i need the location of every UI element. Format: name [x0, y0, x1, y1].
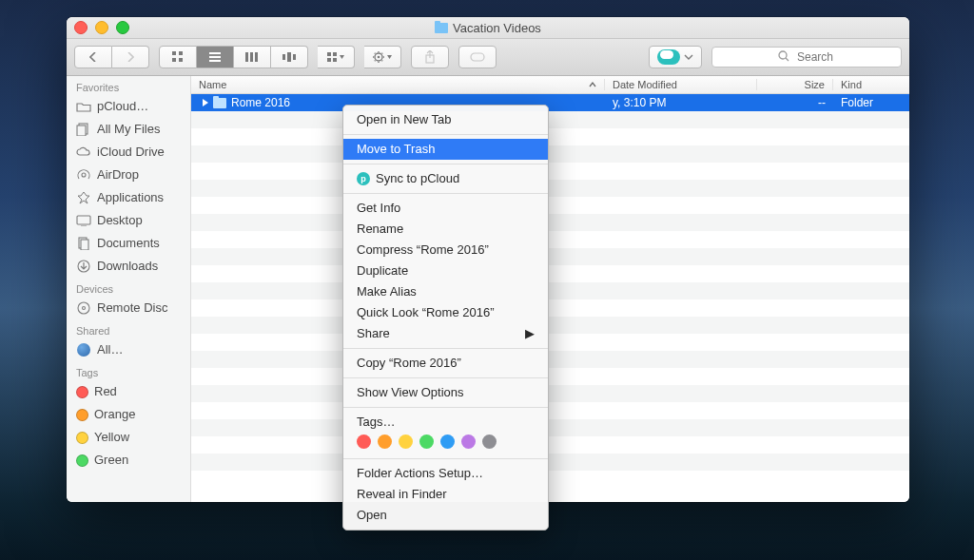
column-header-size[interactable]: Size	[757, 79, 833, 90]
list-view-button[interactable]	[197, 46, 234, 68]
svg-rect-12	[293, 54, 296, 60]
sidebar-tag-red[interactable]: Red	[67, 380, 190, 403]
minimize-window-button[interactable]	[95, 21, 108, 34]
file-list-area: Name Date Modified Size Kind Rome 2016	[191, 76, 909, 502]
file-size: --	[757, 96, 833, 109]
tags-button[interactable]	[458, 46, 497, 68]
tag-color-yellow[interactable]	[399, 434, 413, 449]
ctx-open-new-tab[interactable]: Open in New Tab	[343, 109, 548, 130]
sidebar-item-desktop[interactable]: Desktop	[67, 209, 190, 232]
ctx-separator	[343, 458, 548, 459]
submenu-arrow-icon: ▶	[525, 325, 535, 342]
icon-view-button[interactable]	[159, 46, 197, 68]
coverflow-view-button[interactable]	[271, 46, 308, 68]
ctx-share[interactable]: Share ▶	[343, 323, 548, 344]
nav-group	[74, 46, 149, 68]
sidebar-item-label: Red	[94, 382, 117, 401]
tag-color-orange[interactable]	[378, 434, 392, 449]
ctx-rename[interactable]: Rename	[343, 219, 548, 240]
cloud-icon	[76, 145, 91, 159]
ctx-label: Share	[357, 325, 390, 342]
sidebar-heading-tags: Tags	[67, 361, 190, 380]
back-button[interactable]	[74, 46, 112, 68]
titlebar[interactable]: Vacation Videos	[67, 17, 909, 39]
desktop-background: Vacation Videos	[0, 0, 974, 560]
svg-rect-4	[209, 52, 221, 54]
sidebar-item-icloud[interactable]: iCloud Drive	[67, 141, 190, 164]
tag-dot-icon	[76, 454, 88, 467]
svg-rect-13	[327, 52, 331, 56]
ctx-reveal-finder[interactable]: Reveal in Finder	[343, 484, 548, 505]
tag-color-purple[interactable]	[461, 434, 476, 449]
search-input[interactable]	[711, 47, 902, 68]
folder-icon	[76, 100, 91, 113]
ctx-view-options[interactable]: Show View Options	[343, 382, 548, 403]
sidebar-item-remotedisc[interactable]: Remote Disc	[67, 297, 190, 319]
ctx-compress[interactable]: Compress “Rome 2016”	[343, 240, 548, 261]
sidebar-heading-shared: Shared	[67, 319, 190, 338]
ctx-folder-actions[interactable]: Folder Actions Setup…	[343, 463, 548, 484]
sidebar-item-label: Yellow	[94, 428, 129, 447]
traffic-lights	[74, 21, 129, 34]
disclosure-triangle-icon[interactable]	[203, 99, 208, 106]
sidebar-item-pcloud[interactable]: pCloud…	[67, 95, 190, 118]
column-header-name[interactable]: Name	[191, 79, 605, 90]
tag-color-green[interactable]	[419, 434, 434, 449]
documents-icon	[76, 237, 91, 250]
sort-asc-icon	[589, 81, 596, 88]
column-header-date[interactable]: Date Modified	[605, 79, 757, 90]
pcloud-toolbar-button[interactable]	[649, 46, 702, 68]
folder-icon	[213, 98, 226, 108]
ctx-get-info[interactable]: Get Info	[343, 198, 548, 219]
sidebar-item-allmyfiles[interactable]: All My Files	[67, 118, 190, 141]
svg-rect-11	[287, 52, 291, 62]
sidebar-item-label: Desktop	[97, 211, 143, 230]
share-button[interactable]	[411, 46, 449, 68]
sidebar-item-downloads[interactable]: Downloads	[67, 255, 190, 278]
tag-color-gray[interactable]	[482, 434, 497, 449]
ctx-copy[interactable]: Copy “Rome 2016”	[343, 353, 548, 374]
file-row-selected[interactable]: Rome 2016 y, 3:10 PM -- Folder	[191, 94, 909, 111]
ctx-make-alias[interactable]: Make Alias	[343, 281, 548, 302]
sidebar-item-all-shared[interactable]: All…	[67, 338, 190, 361]
tag-dot-icon	[76, 409, 88, 421]
tag-color-blue[interactable]	[440, 434, 455, 449]
svg-rect-8	[250, 52, 253, 62]
close-window-button[interactable]	[74, 21, 88, 34]
sidebar-item-label: Orange	[94, 405, 135, 424]
file-rows[interactable]: Rome 2016 y, 3:10 PM -- Folder	[191, 94, 909, 502]
forward-button[interactable]	[112, 46, 149, 68]
ctx-duplicate[interactable]: Duplicate	[343, 261, 548, 281]
fullscreen-window-button[interactable]	[116, 21, 129, 34]
sidebar-tag-yellow[interactable]: Yellow	[67, 426, 190, 449]
window-title: Vacation Videos	[453, 21, 541, 35]
svg-rect-16	[333, 58, 337, 62]
sidebar-item-airdrop[interactable]: AirDrop	[67, 164, 190, 186]
sidebar-heading-favorites: Favorites	[67, 76, 190, 95]
toolbar	[67, 39, 909, 76]
sidebar-item-documents[interactable]: Documents	[67, 232, 190, 255]
arrange-icon	[327, 52, 344, 62]
arrange-button[interactable]	[318, 46, 355, 68]
ctx-quicklook[interactable]: Quick Look “Rome 2016”	[343, 302, 548, 323]
ctx-move-to-trash[interactable]: Move to Trash	[343, 139, 548, 160]
sidebar-tag-orange[interactable]: Orange	[67, 403, 190, 426]
ctx-sync-pcloud[interactable]: p Sync to pCloud	[343, 168, 548, 189]
sidebar-item-label: All My Files	[97, 120, 160, 139]
column-view-button[interactable]	[234, 46, 271, 68]
chevron-left-icon	[89, 52, 97, 62]
tag-color-red[interactable]	[357, 434, 371, 449]
ctx-separator	[343, 348, 548, 349]
sidebar-tag-green[interactable]: Green	[67, 449, 190, 472]
action-button[interactable]	[364, 46, 401, 68]
search-field-wrap	[711, 47, 902, 68]
ctx-open[interactable]: Open	[343, 505, 548, 526]
desktop-icon	[76, 214, 91, 227]
svg-rect-26	[77, 216, 90, 224]
column-label: Size	[805, 79, 825, 90]
svg-rect-24	[77, 126, 86, 136]
column-label: Date Modified	[613, 79, 677, 90]
column-header-kind[interactable]: Kind	[833, 79, 909, 90]
ctx-tags-section: Tags…	[343, 412, 548, 454]
sidebar-item-applications[interactable]: Applications	[67, 186, 190, 209]
